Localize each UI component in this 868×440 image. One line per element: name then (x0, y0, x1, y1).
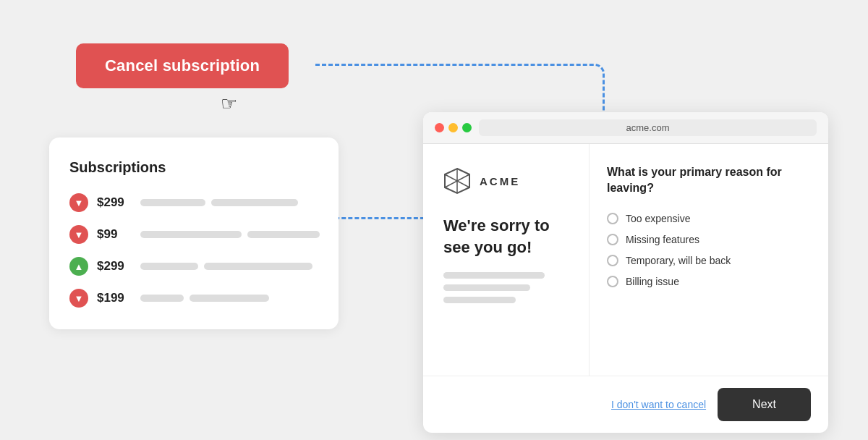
acme-logo-text: ACME (480, 175, 520, 187)
next-button[interactable]: Next (718, 388, 811, 421)
subscriptions-title: Subscriptions (69, 159, 318, 176)
subscription-row-2: ▼ $99 (69, 225, 318, 244)
sub-bars-3 (140, 263, 318, 270)
modal-right-pane: What is your primary reason for leaving?… (590, 144, 828, 376)
modal-heading: We're sorry to see you go! (443, 215, 569, 258)
sub-amount-2: $99 (97, 227, 132, 242)
cancel-subscription-button[interactable]: Cancel subscription (76, 43, 289, 88)
traffic-light-red[interactable] (435, 123, 444, 132)
radio-label-4: Billing issue (626, 276, 679, 287)
up-icon-3: ▲ (69, 257, 88, 276)
acme-logo: ACME (443, 167, 569, 195)
radio-circle-2[interactable] (607, 234, 618, 245)
bar (140, 231, 242, 238)
down-icon-2: ▼ (69, 225, 88, 244)
radio-option-4[interactable]: Billing issue (607, 276, 811, 287)
browser-window: acme.com ACME We're sorry to see you go! (423, 112, 828, 433)
bar (140, 199, 205, 206)
radio-option-2[interactable]: Missing features (607, 234, 811, 245)
traffic-lights (435, 123, 472, 132)
radio-label-2: Missing features (626, 234, 699, 245)
radio-options: Too expensive Missing features Temporary… (607, 213, 811, 287)
bar (140, 263, 198, 270)
subscription-row-3: ▲ $299 (69, 257, 318, 276)
desc-line-1 (443, 272, 545, 279)
bar (204, 263, 312, 270)
cursor-icon: ☞ (221, 93, 237, 115)
modal-content: ACME We're sorry to see you go! What is … (423, 144, 828, 376)
bar (211, 199, 298, 206)
subscription-row-1: ▼ $299 (69, 193, 318, 212)
bar (140, 295, 184, 302)
browser-url-bar[interactable]: acme.com (479, 119, 817, 136)
radio-circle-1[interactable] (607, 213, 618, 224)
radio-circle-4[interactable] (607, 276, 618, 287)
traffic-light-yellow[interactable] (448, 123, 458, 132)
sub-bars-2 (140, 231, 320, 238)
down-icon-4: ▼ (69, 289, 88, 308)
bar (247, 231, 320, 238)
subscription-row-4: ▼ $199 (69, 289, 318, 308)
bar (190, 295, 269, 302)
radio-label-3: Temporary, will be back (626, 255, 731, 266)
dont-cancel-link[interactable]: I don't want to cancel (611, 399, 706, 410)
desc-line-2 (443, 284, 530, 291)
radio-circle-3[interactable] (607, 255, 618, 266)
modal-footer: I don't want to cancel Next (423, 376, 828, 433)
traffic-light-green[interactable] (462, 123, 472, 132)
browser-toolbar: acme.com (423, 112, 828, 144)
sub-amount-3: $299 (97, 259, 132, 274)
radio-label-1: Too expensive (626, 213, 691, 224)
subscriptions-card: Subscriptions ▼ $299 ▼ $99 ▲ $299 ▼ $199 (49, 138, 339, 329)
acme-logo-icon (443, 167, 471, 195)
sub-bars-1 (140, 199, 318, 206)
radio-option-3[interactable]: Temporary, will be back (607, 255, 811, 266)
desc-line-3 (443, 297, 516, 303)
down-icon-1: ▼ (69, 193, 88, 212)
radio-option-1[interactable]: Too expensive (607, 213, 811, 224)
sub-amount-4: $199 (97, 291, 132, 305)
modal-question: What is your primary reason for leaving? (607, 164, 811, 197)
sub-amount-1: $299 (97, 195, 132, 210)
sub-bars-4 (140, 295, 318, 302)
modal-left-pane: ACME We're sorry to see you go! (423, 144, 590, 376)
modal-description-lines (443, 272, 569, 303)
